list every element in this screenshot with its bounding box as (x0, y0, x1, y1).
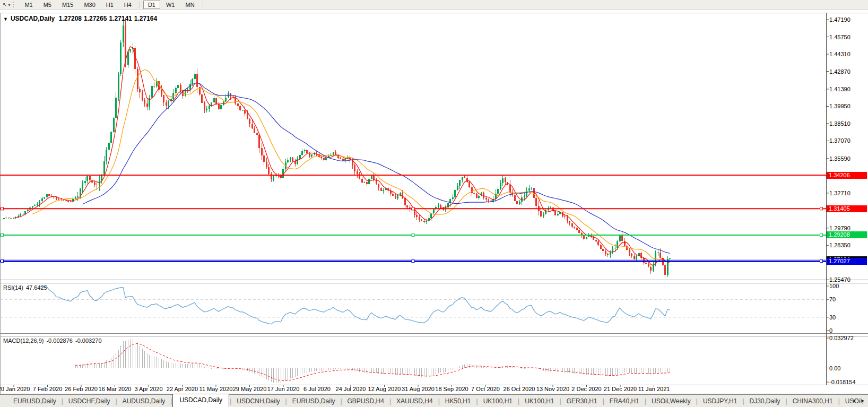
line-handle[interactable] (1, 207, 4, 210)
price-axis-label: 1.47190 (829, 16, 850, 23)
timeframe-button-w1[interactable]: W1 (161, 1, 180, 9)
line-handle[interactable] (820, 233, 823, 236)
rsi-axis-label: 0 (829, 327, 832, 334)
quote-open: 1.27208 (59, 15, 82, 22)
macd-main-value: -0.002876 (46, 337, 73, 344)
line-handle[interactable] (412, 260, 414, 263)
toolbar-separator (140, 2, 140, 8)
tab-audusd-daily[interactable]: AUDUSD,Daily (118, 396, 170, 406)
date-axis-label: 21 Dec 2020 (604, 386, 637, 392)
date-axis-label: 11 May 2020 (199, 386, 233, 392)
macd-signal-value: -0.003270 (75, 337, 102, 344)
ma-mid-orange (32, 70, 670, 262)
tab-usdjpy-h1[interactable]: USDJPY,H1 (698, 396, 742, 406)
hline-price-badge: 1.34206 (827, 172, 867, 179)
toolbar-grip-handle[interactable] (13, 2, 15, 7)
date-axis-label: 20 Jan 2020 (0, 386, 30, 392)
timeframe-button-mn[interactable]: MN (180, 1, 199, 9)
timeframe-button-m30[interactable]: M30 (79, 1, 100, 9)
ma-slow-blue (83, 83, 670, 253)
timeframe-button-h1[interactable]: H1 (101, 1, 118, 9)
symbol-tab-bar: EURUSD,Daily|USDCHF,Daily|AUDUSD,Daily|U… (0, 394, 868, 407)
macd-axis-label: 0.00 (829, 365, 840, 371)
tab-usoil-weekly[interactable]: USOil,Weekly (647, 396, 696, 406)
date-axis-label: 3 Apr 2020 (134, 386, 162, 392)
hline-price-badge: 1.27027 (827, 258, 867, 265)
cursor-arrow-icon: ↖ (3, 2, 7, 7)
tab-uk100-h1[interactable]: UK100,H1 (479, 396, 517, 406)
tab-scroll-buttons: ◄ ► (848, 398, 865, 403)
line-handle[interactable] (1, 260, 4, 263)
price-axis-label: 1.38510 (829, 120, 850, 127)
chart-symbol: USDCAD,Daily (11, 15, 55, 22)
line-handle[interactable] (1, 233, 4, 236)
hline-price-badge: 1.31405 (827, 205, 867, 212)
timeframe-buttons: M1M5M15M30H1H4D1W1MN (19, 1, 205, 9)
quote-high: 1.27265 (84, 15, 107, 22)
rsi-line (40, 287, 670, 324)
tab-xauusd-h4[interactable]: XAUUSD,H4 (392, 396, 438, 406)
timeframe-button-m5[interactable]: M5 (39, 1, 56, 9)
cursor-tool-icon[interactable]: ↖▾ (3, 2, 10, 7)
chart-menu-triangle-icon[interactable]: ▼ (3, 16, 8, 22)
tab-china300-h1[interactable]: CHINA300,H1 (788, 396, 838, 406)
price-axis-label: 1.29790 (829, 225, 850, 231)
price-axis-label: 1.35590 (829, 155, 850, 162)
tab-eurusd-daily[interactable]: EURUSD,Daily (288, 396, 340, 406)
line-handle[interactable] (820, 207, 823, 210)
price-axis-label: 1.28350 (829, 242, 850, 248)
date-axis-label: 17 Jun 2020 (267, 386, 300, 392)
tab-usdchf-daily[interactable]: USDCHF,Daily (64, 396, 115, 406)
macd-axis-label: 0.032972 (829, 335, 854, 341)
price-axis-label: 1.45750 (829, 34, 850, 40)
tab-usdcnh-daily[interactable]: USDCNH,Daily (232, 396, 284, 406)
price-axis-label: 1.32710 (829, 190, 850, 196)
macd-histogram (75, 339, 670, 383)
tab-scroll-right-icon[interactable]: ► (861, 398, 865, 403)
tab-scroll-left-icon[interactable]: ◄ (852, 398, 856, 403)
line-handle[interactable] (820, 260, 823, 263)
date-axis-label: 29 May 2020 (233, 386, 267, 392)
timeframe-button-h4[interactable]: H4 (119, 1, 136, 9)
macd-signal-line (75, 344, 670, 381)
tab-hk50-h1[interactable]: HK50,H1 (440, 396, 476, 406)
tab-dj30-daily[interactable]: DJ30,Daily (745, 396, 785, 406)
date-axis-label: 11 Jan 2021 (638, 386, 670, 392)
chart-canvas[interactable] (0, 0, 868, 407)
rsi-axis-label: 30 (829, 314, 836, 321)
price-axis-label: 1.37070 (829, 137, 850, 144)
tab-ger30-h1[interactable]: GER30,H1 (562, 396, 602, 406)
macd-indicator-label: MACD(12,26,9)-0.002876-0.003270 (3, 337, 105, 344)
line-handle[interactable] (412, 207, 414, 210)
tab-fra40-h1[interactable]: FRA40,H1 (605, 396, 644, 406)
date-axis-label: 7 Feb 2020 (33, 386, 63, 392)
timeframe-button-m15[interactable]: M15 (57, 1, 78, 9)
chart-title: ▼USDCAD,Daily 1.272081.272651.271411.271… (3, 15, 159, 22)
line-handle[interactable] (412, 233, 414, 236)
date-axis-label: 12 Aug 2020 (368, 386, 401, 392)
top-toolbar: ↖▾ M1M5M15M30H1H4D1W1MN (0, 0, 868, 10)
tab-eurusd-daily[interactable]: EURUSD,Daily (8, 396, 61, 406)
date-axis-label: 26 Feb 2020 (65, 386, 98, 392)
date-axis-label: 2 Dec 2020 (571, 386, 601, 392)
price-axis-label: 1.41390 (829, 86, 850, 92)
tab-gbpusd-h4[interactable]: GBPUSD,H4 (343, 396, 389, 406)
tab-uk100-h1[interactable]: UK100,H1 (520, 396, 559, 406)
date-axis-label: 24 Jul 2020 (336, 386, 366, 392)
price-axis-label: 1.44310 (829, 51, 850, 57)
date-axis-label: 16 Mar 2020 (99, 386, 132, 392)
chevron-down-icon: ▾ (8, 3, 10, 7)
toolbar-separator (203, 2, 203, 8)
timeframe-button-d1[interactable]: D1 (143, 1, 160, 9)
symbol-tabs: EURUSD,Daily|USDCHF,Daily|AUDUSD,Daily|U… (8, 395, 868, 407)
quote-close: 1.27164 (134, 15, 157, 22)
date-axis-label: 18 Sep 2020 (435, 386, 468, 392)
macd-axis-label: -0.018154 (829, 379, 856, 385)
price-axis-label: 1.39950 (829, 103, 850, 109)
date-axis-label: 6 Jul 2020 (303, 386, 331, 392)
hline-price-badge: 1.29208 (827, 231, 867, 238)
timeframe-button-m1[interactable]: M1 (20, 1, 37, 9)
tab-usdcad-daily[interactable]: USDCAD,Daily (172, 394, 229, 407)
date-axis-label: 13 Nov 2020 (536, 386, 569, 392)
candlestick-series (3, 20, 671, 277)
